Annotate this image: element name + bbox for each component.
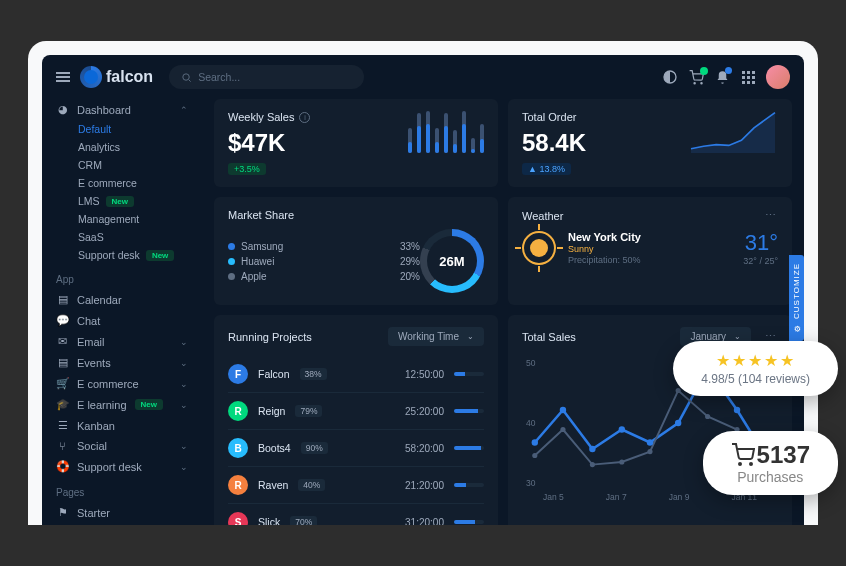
svg-point-22 — [739, 463, 741, 465]
svg-point-6 — [589, 446, 595, 453]
sidebar-item[interactable]: 🛟Support desk⌄ — [56, 456, 188, 477]
progress-bar — [454, 483, 484, 487]
order-sparkline — [688, 111, 778, 153]
sidebar: ◕ Dashboard ⌃ DefaultAnalyticsCRME comme… — [42, 99, 202, 525]
menu-icon[interactable] — [56, 72, 70, 82]
project-row[interactable]: RReign79%25:20:00 — [228, 392, 484, 429]
purchase-count: 5137 — [757, 441, 810, 469]
sidebar-item[interactable]: ⚑Starter — [56, 502, 188, 523]
project-avatar: R — [228, 401, 248, 421]
purchases-badge: 5137 Purchases — [703, 431, 838, 495]
nav-label: Dashboard — [77, 104, 131, 116]
sidebar-sub-item[interactable]: E commerce — [56, 174, 188, 192]
legend-dot — [228, 273, 235, 280]
chevron-down-icon: ⌄ — [180, 379, 188, 389]
brand-logo[interactable]: falcon — [80, 66, 153, 88]
sidebar-item[interactable]: 🎓E learningNew⌄ — [56, 394, 188, 415]
bell-icon[interactable] — [714, 69, 730, 85]
sidebar-item[interactable]: 🛒E commerce⌄ — [56, 373, 188, 394]
sidebar-item[interactable]: ☰Kanban — [56, 415, 188, 436]
calendar-icon: ▤ — [56, 293, 69, 306]
logo-icon — [80, 66, 102, 88]
sidebar-sub-item[interactable]: Management — [56, 210, 188, 228]
svg-point-14 — [560, 427, 565, 432]
weather-card: Weather ⋯ New York City Sunny Precipitat… — [508, 197, 792, 305]
chat-icon: 💬 — [56, 314, 69, 327]
more-icon[interactable]: ⋯ — [765, 209, 778, 222]
search-box[interactable] — [169, 65, 364, 89]
card-title: Weather — [522, 209, 563, 222]
market-row: Huawei29% — [228, 254, 420, 269]
sidebar-sub-item[interactable]: Support deskNew — [56, 246, 188, 264]
brand-name: falcon — [106, 68, 153, 86]
sidebar-item[interactable]: ✉Email⌄ — [56, 331, 188, 352]
svg-point-15 — [590, 462, 595, 467]
cart-icon — [731, 443, 755, 467]
rating-badge: ★★★★★ 4.98/5 (104 reviews) — [673, 341, 838, 396]
svg-point-19 — [705, 414, 710, 419]
project-row[interactable]: FFalcon38%12:50:00 — [228, 356, 484, 392]
chevron-down-icon: ⌄ — [734, 332, 741, 341]
market-row: Samsung33% — [228, 239, 420, 254]
project-avatar: F — [228, 364, 248, 384]
card-title: Total Sales — [522, 331, 576, 343]
cart-icon[interactable] — [688, 69, 704, 85]
sidebar-sub-item[interactable]: Default — [56, 120, 188, 138]
sidebar-item[interactable]: 🌐Landing — [56, 523, 188, 525]
sidebar-dashboard[interactable]: ◕ Dashboard ⌃ — [56, 99, 188, 120]
projects-select[interactable]: Working Time ⌄ — [388, 327, 484, 346]
sidebar-sub-item[interactable]: Analytics — [56, 138, 188, 156]
chevron-down-icon: ⌄ — [180, 337, 188, 347]
market-donut: 26M — [420, 229, 484, 293]
chevron-down-icon: ⌄ — [180, 441, 188, 451]
legend-dot — [228, 258, 235, 265]
project-row[interactable]: SSlick70%31:20:00 — [228, 503, 484, 525]
svg-point-2 — [694, 82, 695, 83]
weekly-sales-card: Weekly Sales i $47K +3.5% — [214, 99, 498, 187]
theme-toggle-icon[interactable] — [662, 69, 678, 85]
project-avatar: R — [228, 475, 248, 495]
purchase-label: Purchases — [731, 469, 810, 485]
running-projects-card: Running Projects Working Time ⌄ FFalcon3… — [214, 315, 498, 525]
weather-temp: 31° — [743, 230, 778, 256]
sidebar-item[interactable]: 💬Chat — [56, 310, 188, 331]
sidebar-item[interactable]: ▤Events⌄ — [56, 352, 188, 373]
sidebar-sub-item[interactable]: CRM — [56, 156, 188, 174]
project-avatar: B — [228, 438, 248, 458]
weather-city: New York City — [568, 231, 641, 243]
svg-point-18 — [676, 388, 681, 393]
card-title: Weekly Sales i — [228, 111, 310, 123]
svg-point-7 — [619, 426, 625, 433]
stars-icon: ★★★★★ — [701, 351, 810, 370]
chevron-down-icon: ⌄ — [180, 462, 188, 472]
progress-bar — [454, 409, 484, 413]
weather-precip: Precipitation: 50% — [568, 255, 641, 265]
new-pill: New — [146, 250, 174, 261]
user-avatar[interactable] — [766, 65, 790, 89]
search-icon — [181, 72, 192, 83]
sidebar-sub-item[interactable]: SaaS — [56, 228, 188, 246]
svg-point-23 — [750, 463, 752, 465]
chevron-down-icon: ⌄ — [180, 400, 188, 410]
svg-point-8 — [647, 439, 653, 446]
svg-point-5 — [560, 407, 566, 414]
project-avatar: S — [228, 512, 248, 525]
svg-point-0 — [183, 73, 189, 79]
chevron-down-icon: ⌄ — [180, 358, 188, 368]
project-row[interactable]: BBoots490%58:20:00 — [228, 429, 484, 466]
search-input[interactable] — [198, 71, 352, 83]
order-change: ▲ 13.8% — [522, 163, 571, 175]
sidebar-sub-item[interactable]: LMSNew — [56, 192, 188, 210]
pie-icon: ◕ — [56, 103, 69, 116]
info-icon[interactable]: i — [299, 112, 310, 123]
sidebar-item[interactable]: ⑂Social⌄ — [56, 436, 188, 456]
svg-point-17 — [647, 449, 652, 454]
sidebar-item[interactable]: ▤Calendar — [56, 289, 188, 310]
kanban-icon: ☰ — [56, 419, 69, 432]
weather-condition: Sunny — [568, 244, 641, 254]
project-row[interactable]: RRaven40%21:20:00 — [228, 466, 484, 503]
new-pill: New — [135, 399, 163, 410]
customize-tab[interactable]: ⚙CUSTOMIZE — [789, 255, 804, 341]
apps-grid-icon[interactable] — [740, 69, 756, 85]
events-icon: ▤ — [56, 356, 69, 369]
